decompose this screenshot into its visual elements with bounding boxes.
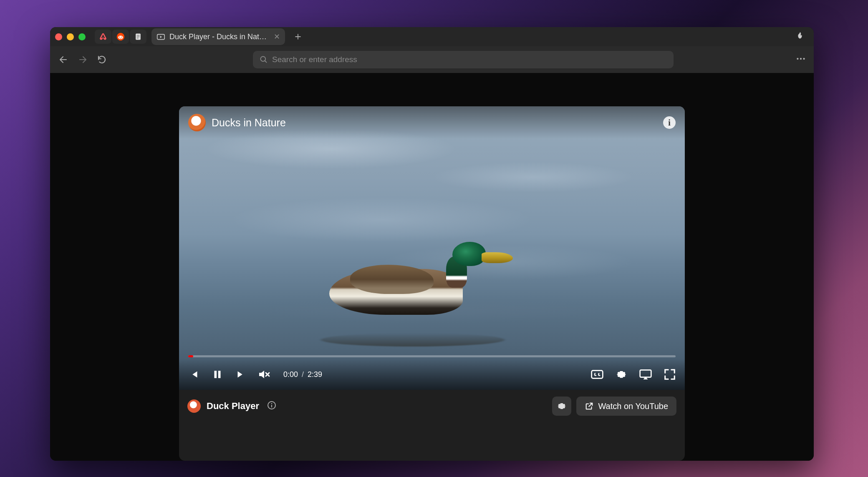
svg-rect-10 — [214, 371, 217, 378]
pinned-tab-generic[interactable] — [130, 30, 146, 44]
total-time: 2:39 — [308, 370, 322, 379]
window-controls — [55, 33, 86, 40]
svg-rect-11 — [218, 371, 221, 378]
video-progress-fill — [188, 355, 193, 357]
channel-avatar[interactable] — [188, 114, 206, 131]
new-tab-button[interactable] — [291, 30, 305, 44]
plus-icon — [294, 33, 302, 41]
video-progress-bar[interactable] — [188, 355, 676, 357]
airplay-icon — [639, 367, 652, 382]
svg-point-7 — [797, 58, 798, 60]
flame-icon — [795, 31, 805, 40]
svg-point-8 — [800, 58, 802, 60]
fire-button[interactable] — [791, 31, 809, 42]
info-icon — [267, 400, 277, 410]
player-info-button[interactable] — [267, 400, 277, 412]
svg-point-15 — [271, 403, 273, 404]
address-input[interactable] — [272, 55, 667, 64]
search-icon — [260, 55, 268, 64]
svg-point-3 — [121, 37, 122, 38]
tab-title: Duck Player - Ducks in Nature — [169, 33, 268, 41]
external-link-icon — [585, 402, 594, 411]
active-tab[interactable]: Duck Player - Ducks in Nature ✕ — [151, 28, 285, 45]
video-player[interactable]: Ducks in Nature i — [179, 106, 685, 390]
watch-on-youtube-label: Watch on YouTube — [598, 402, 668, 411]
reload-icon — [97, 55, 107, 65]
close-tab-button[interactable]: ✕ — [274, 32, 280, 41]
play-pause-button[interactable] — [211, 368, 224, 381]
document-icon — [134, 33, 142, 41]
video-controls: 0:00 / 2:39 — [179, 359, 685, 390]
gear-icon — [556, 401, 567, 412]
fullscreen-icon — [664, 368, 676, 381]
current-time: 0:00 — [283, 370, 298, 379]
mute-button[interactable] — [257, 368, 271, 381]
svg-point-1 — [118, 36, 123, 39]
arrow-left-icon — [58, 55, 68, 65]
player-bottom-bar: Duck Player Watch on YouTube — [179, 390, 685, 422]
svg-rect-12 — [592, 371, 603, 379]
watch-on-youtube-button[interactable]: Watch on YouTube — [576, 397, 676, 416]
svg-rect-13 — [640, 370, 651, 377]
minimize-window-button[interactable] — [67, 33, 74, 40]
video-title: Ducks in Nature — [212, 117, 286, 129]
reddit-icon — [116, 33, 125, 41]
pause-icon — [211, 368, 224, 381]
toolbar — [50, 46, 814, 73]
video-frame-reflection — [321, 333, 505, 346]
close-window-button[interactable] — [55, 33, 62, 40]
content-area: Ducks in Nature i — [50, 73, 814, 461]
next-button[interactable] — [234, 368, 247, 381]
closed-captions-icon — [590, 368, 604, 381]
duck-player-container: Ducks in Nature i — [179, 106, 685, 461]
duckduckgo-logo — [187, 399, 201, 413]
player-settings-button[interactable] — [552, 397, 571, 416]
skip-previous-icon — [188, 368, 200, 381]
airplay-button[interactable] — [639, 368, 652, 381]
video-icon — [156, 33, 165, 41]
gear-icon — [615, 368, 628, 381]
svg-rect-16 — [271, 405, 272, 407]
dots-horizontal-icon — [795, 53, 806, 64]
address-bar[interactable] — [253, 51, 674, 68]
video-header: Ducks in Nature i — [179, 106, 685, 139]
previous-button[interactable] — [187, 368, 201, 381]
arrow-right-icon — [78, 55, 88, 65]
reload-button[interactable] — [96, 54, 108, 65]
volume-muted-icon — [257, 367, 271, 382]
video-frame-duck — [317, 244, 505, 327]
back-button[interactable] — [58, 54, 69, 65]
browser-window: Duck Player - Ducks in Nature ✕ — [50, 27, 814, 461]
fullscreen-button[interactable] — [663, 368, 676, 381]
player-name-label: Duck Player — [207, 401, 259, 412]
pinned-tab-airbnb[interactable] — [95, 30, 111, 44]
svg-point-2 — [119, 37, 120, 38]
airbnb-icon — [99, 33, 107, 41]
skip-next-icon — [235, 368, 247, 381]
video-info-button[interactable]: i — [663, 116, 676, 129]
more-menu-button[interactable] — [795, 53, 806, 66]
settings-button[interactable] — [615, 368, 628, 381]
forward-button[interactable] — [77, 54, 88, 65]
time-display: 0:00 / 2:39 — [283, 370, 322, 379]
pinned-tab-reddit[interactable] — [112, 30, 129, 44]
time-separator: / — [302, 370, 304, 379]
pinned-tabs — [95, 30, 146, 44]
maximize-window-button[interactable] — [78, 33, 86, 40]
tab-bar: Duck Player - Ducks in Nature ✕ — [50, 27, 814, 46]
captions-button[interactable] — [590, 368, 604, 381]
svg-point-9 — [803, 58, 805, 60]
